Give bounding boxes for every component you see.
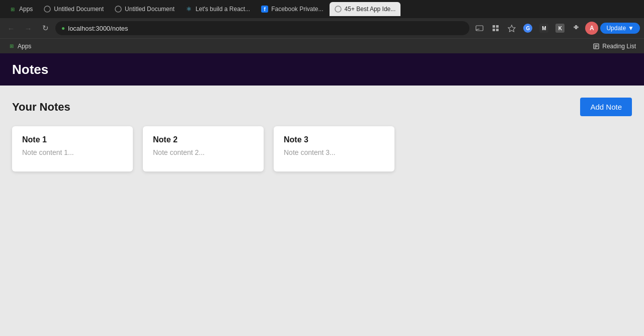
star-button[interactable] <box>505 21 519 35</box>
app-title: Notes <box>12 62 48 77</box>
tab-apps[interactable]: ⊞ Apps <box>4 2 38 16</box>
medium-extension-button[interactable]: M <box>537 21 551 35</box>
note-title-2: Note 2 <box>153 135 254 144</box>
tab-label-facebook: Facebook Private... <box>271 6 323 13</box>
tab-favicon-untitled1 <box>44 6 51 13</box>
reading-list-icon <box>593 43 600 50</box>
secure-icon: ● <box>61 25 65 32</box>
note-card-3[interactable]: Note 3 Note content 3... <box>274 126 394 172</box>
google-extension-button[interactable]: G <box>521 21 535 35</box>
browser-chrome: ⊞ Apps Untitled Document Untitled Docume… <box>0 0 644 53</box>
reload-button[interactable]: ↻ <box>38 21 52 35</box>
svg-rect-4 <box>493 25 495 28</box>
extensions-button[interactable] <box>569 21 583 35</box>
address-bar[interactable]: ● localhost:3000/notes <box>55 21 469 35</box>
tab-favicon-facebook: f <box>261 6 268 13</box>
update-chevron-icon: ▼ <box>628 25 634 32</box>
reading-list-label: Reading List <box>602 43 636 50</box>
tab-bestapp[interactable]: 45+ Best App Ide... <box>330 2 401 16</box>
svg-rect-7 <box>496 29 499 31</box>
grid-button[interactable] <box>489 21 503 35</box>
forward-button[interactable]: → <box>21 21 35 35</box>
reading-list-button[interactable]: Reading List <box>589 42 640 51</box>
k-extension-button[interactable]: K <box>553 21 567 35</box>
note-content-3: Note content 3... <box>284 148 384 156</box>
note-card-2[interactable]: Note 2 Note content 2... <box>143 126 264 172</box>
your-notes-title: Your Notes <box>12 101 70 114</box>
svg-point-1 <box>115 6 121 12</box>
app-header: Notes <box>0 53 644 86</box>
svg-rect-6 <box>493 29 495 31</box>
bookmarks-bar: ⊞ Apps Reading List <box>0 38 644 53</box>
tab-label-untitled2: Untitled Document <box>125 6 175 13</box>
note-title-3: Note 3 <box>284 135 384 144</box>
tab-label-apps: Apps <box>19 6 33 13</box>
svg-point-2 <box>335 6 341 12</box>
add-note-button[interactable]: Add Note <box>580 98 632 116</box>
tab-favicon-react: ⚛ <box>186 6 193 13</box>
tab-favicon-bestapp <box>335 6 342 13</box>
update-button[interactable]: Update ▼ <box>600 23 640 34</box>
bookmark-favicon-apps: ⊞ <box>8 43 15 50</box>
bookmark-apps[interactable]: ⊞ Apps <box>4 42 35 51</box>
tab-favicon-untitled2 <box>115 6 122 13</box>
tab-untitled2[interactable]: Untitled Document <box>110 2 180 16</box>
main-content: Your Notes Add Note Note 1 Note content … <box>0 86 644 184</box>
tab-label-bestapp: 45+ Best App Ide... <box>345 6 396 13</box>
back-button[interactable]: ← <box>4 21 18 35</box>
svg-point-0 <box>44 6 50 12</box>
address-bar-row: ← → ↻ ● localhost:3000/notes G M <box>0 18 644 38</box>
bookmark-label-apps: Apps <box>18 43 31 50</box>
svg-rect-5 <box>496 25 499 28</box>
tab-bar: ⊞ Apps Untitled Document Untitled Docume… <box>0 0 644 18</box>
notes-grid: Note 1 Note content 1... Note 2 Note con… <box>12 126 632 172</box>
note-content-2: Note content 2... <box>153 148 254 156</box>
tab-facebook[interactable]: f Facebook Private... <box>256 2 328 16</box>
tab-label-react: Let's build a React... <box>196 6 250 13</box>
tab-favicon-apps: ⊞ <box>9 6 16 13</box>
tab-untitled1[interactable]: Untitled Document <box>39 2 109 16</box>
note-content-1: Note content 1... <box>22 148 123 156</box>
tab-label-untitled1: Untitled Document <box>54 6 104 13</box>
profile-avatar[interactable]: A <box>585 22 598 35</box>
notes-header: Your Notes Add Note <box>12 98 632 116</box>
note-card-1[interactable]: Note 1 Note content 1... <box>12 126 133 172</box>
svg-marker-8 <box>508 25 515 32</box>
update-button-label: Update <box>606 25 626 32</box>
toolbar-icons: G M K A Update ▼ <box>472 21 640 35</box>
screen-cast-button[interactable] <box>472 21 487 35</box>
url-text: localhost:3000/notes <box>68 25 463 32</box>
svg-rect-3 <box>476 26 483 31</box>
tab-react[interactable]: ⚛ Let's build a React... <box>181 2 255 16</box>
note-title-1: Note 1 <box>22 135 123 144</box>
